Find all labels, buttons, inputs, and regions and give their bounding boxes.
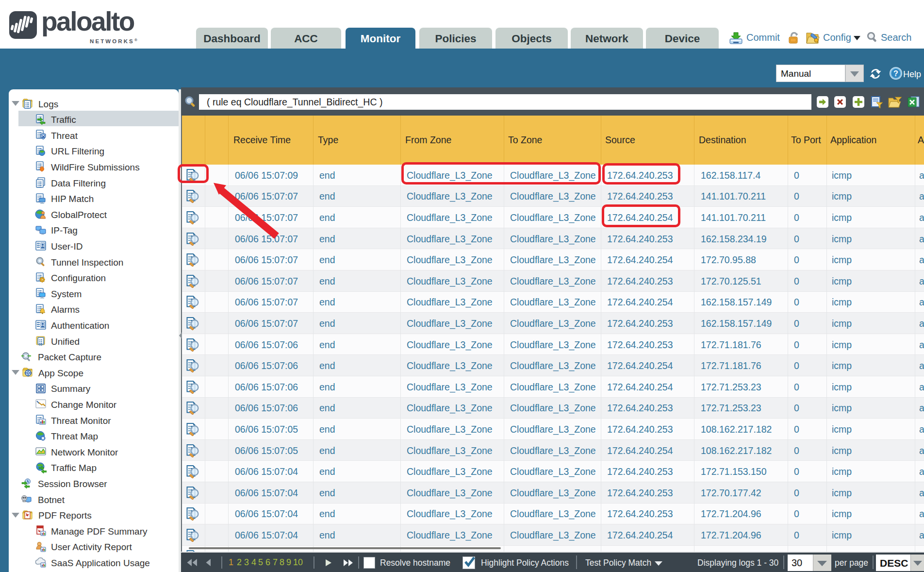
svg-text:?: ? — [893, 69, 898, 78]
